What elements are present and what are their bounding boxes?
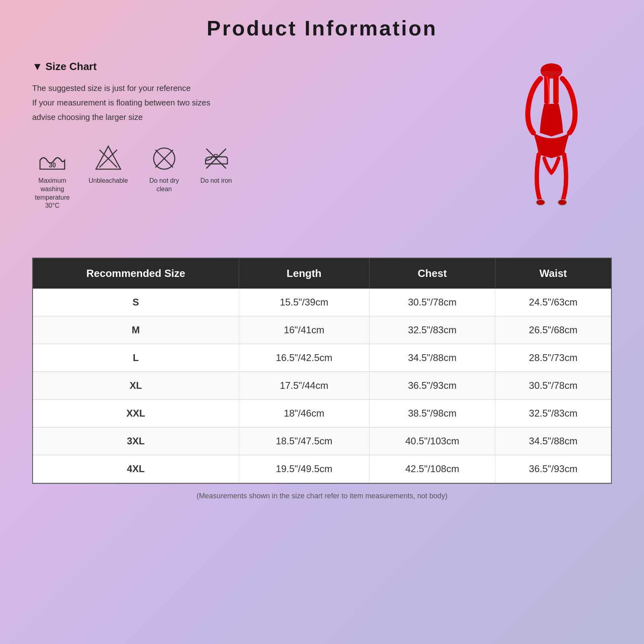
svg-text:30: 30 [49, 162, 56, 169]
iron-label: Do not iron [200, 177, 232, 185]
table-cell-5-0: 3XL [33, 427, 239, 455]
size-chart-heading: Size Chart [32, 60, 475, 73]
bleach-label: Unbleachable [89, 177, 128, 185]
table-row: XL17.5"/44cm36.5"/93cm30.5"/78cm [33, 372, 611, 400]
table-cell-1-1: 16"/41cm [239, 316, 369, 344]
dry-clean-icon [150, 144, 178, 173]
table-cell-3-1: 17.5"/44cm [239, 372, 369, 400]
size-table-container: Recommended Size Length Chest Waist S15.… [32, 258, 612, 484]
table-cell-1-3: 26.5"/68cm [495, 316, 611, 344]
table-cell-0-1: 15.5"/39cm [239, 289, 369, 316]
care-item-bleach: Unbleachable [89, 144, 128, 185]
bodysuit-svg [491, 60, 612, 242]
table-cell-2-1: 16.5"/42.5cm [239, 344, 369, 372]
care-item-dry-clean: Do not dry clean [144, 144, 184, 194]
care-icons: 30 Maximum washingtemperature 30°C Unble… [32, 144, 475, 210]
table-row: 3XL18.5"/47.5cm40.5"/103cm34.5"/88cm [33, 427, 611, 455]
table-cell-6-3: 36.5"/93cm [495, 455, 611, 483]
product-image [491, 60, 612, 242]
table-cell-4-2: 38.5"/98cm [369, 400, 495, 427]
table-cell-5-2: 40.5"/103cm [369, 427, 495, 455]
table-cell-2-0: L [33, 344, 239, 372]
header-size: Recommended Size [33, 258, 239, 289]
table-cell-3-0: XL [33, 372, 239, 400]
svg-point-13 [536, 200, 545, 205]
table-row: 4XL19.5"/49.5cm42.5"/108cm36.5"/93cm [33, 455, 611, 483]
care-item-iron: Do not iron [200, 144, 232, 185]
svg-rect-12 [553, 75, 559, 104]
table-cell-1-2: 32.5"/83cm [369, 316, 495, 344]
table-cell-4-0: XXL [33, 400, 239, 427]
table-cell-2-2: 34.5"/88cm [369, 344, 495, 372]
dry-clean-label: Do not dry clean [144, 177, 184, 194]
table-cell-6-2: 42.5"/108cm [369, 455, 495, 483]
table-cell-0-2: 30.5"/78cm [369, 289, 495, 316]
table-row: M16"/41cm32.5"/83cm26.5"/68cm [33, 316, 611, 344]
table-cell-1-0: M [33, 316, 239, 344]
page-title: Product Information [32, 16, 612, 40]
table-cell-6-1: 19.5"/49.5cm [239, 455, 369, 483]
table-cell-0-0: S [33, 289, 239, 316]
svg-point-14 [558, 200, 567, 205]
table-row: L16.5"/42.5cm34.5"/88cm28.5"/73cm [33, 344, 611, 372]
table-note: (Measurements shown in the size chart re… [32, 492, 612, 500]
table-cell-0-3: 24.5"/63cm [495, 289, 611, 316]
table-cell-5-3: 34.5"/88cm [495, 427, 611, 455]
wash-icon: 30 [38, 144, 66, 173]
table-row: XXL18"/46cm38.5"/98cm32.5"/83cm [33, 400, 611, 427]
bleach-icon [94, 144, 122, 173]
size-note: The suggested size is just for your refe… [32, 81, 475, 124]
table-cell-4-3: 32.5"/83cm [495, 400, 611, 427]
top-section: Size Chart The suggested size is just fo… [32, 60, 612, 242]
table-cell-5-1: 18.5"/47.5cm [239, 427, 369, 455]
table-cell-3-3: 30.5"/78cm [495, 372, 611, 400]
table-header-row: Recommended Size Length Chest Waist [33, 258, 611, 289]
header-length: Length [239, 258, 369, 289]
wash-label: Maximum washingtemperature 30°C [32, 177, 72, 210]
header-chest: Chest [369, 258, 495, 289]
table-cell-3-2: 36.5"/93cm [369, 372, 495, 400]
table-cell-4-1: 18"/46cm [239, 400, 369, 427]
care-item-wash: 30 Maximum washingtemperature 30°C [32, 144, 72, 210]
table-cell-6-0: 4XL [33, 455, 239, 483]
header-waist: Waist [495, 258, 611, 289]
size-table: Recommended Size Length Chest Waist S15.… [33, 258, 611, 483]
table-cell-2-3: 28.5"/73cm [495, 344, 611, 372]
iron-icon [202, 144, 230, 173]
table-row: S15.5"/39cm30.5"/78cm24.5"/63cm [33, 289, 611, 316]
page-wrapper: Product Information Size Chart The sugge… [0, 0, 644, 644]
left-info: Size Chart The suggested size is just fo… [32, 60, 491, 210]
